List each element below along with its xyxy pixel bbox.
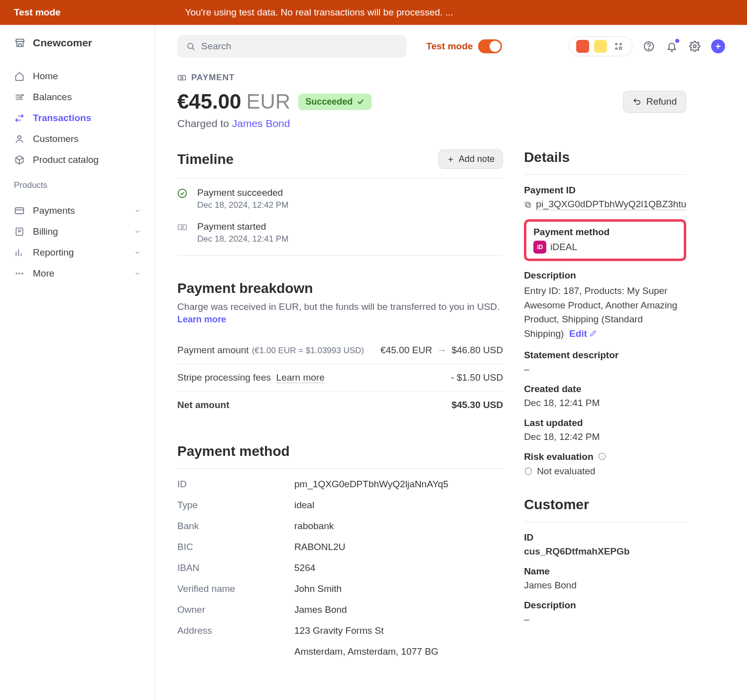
pm-label: Payment method	[533, 227, 677, 238]
svg-point-4	[20, 97, 22, 98]
svg-point-5	[18, 136, 21, 139]
nav-label: Balances	[33, 92, 72, 103]
gear-icon[interactable]	[688, 40, 701, 53]
main: Search Test mode PAYMENT	[155, 25, 747, 700]
search-icon	[186, 42, 195, 51]
pm-row: Typeideal	[177, 495, 503, 516]
pm-value: iDEAL	[550, 242, 577, 253]
nav-payments[interactable]: Payments	[0, 200, 155, 221]
nav-section-products: Products	[0, 175, 155, 195]
grid-icon	[612, 40, 625, 53]
billing-icon	[14, 226, 25, 237]
payment-start-icon	[177, 222, 188, 244]
org-name: Cnewcomer	[33, 37, 92, 49]
svg-point-16	[21, 273, 23, 274]
breakdown-note: Charge was received in EUR, but the fund…	[177, 301, 503, 312]
svg-rect-33	[178, 225, 187, 230]
description-label: Description	[524, 270, 686, 281]
check-circle-icon	[177, 188, 188, 210]
nav-home[interactable]: Home	[0, 66, 155, 87]
breakdown-learn-more[interactable]: Learn more	[177, 314, 503, 325]
topbar: Search Test mode	[155, 25, 747, 68]
nav-more[interactable]: More	[0, 263, 155, 284]
updated-value: Dec 18, 12:42 PM	[524, 431, 686, 442]
fees-learn-more[interactable]: Learn more	[276, 372, 325, 383]
svg-line-18	[192, 48, 195, 50]
nav-label: Product catalog	[33, 154, 99, 165]
breadcrumb: PAYMENT	[177, 73, 686, 83]
svg-point-29	[181, 77, 183, 79]
plus-icon	[447, 155, 455, 163]
nav-transactions[interactable]: Transactions	[0, 108, 155, 129]
svg-point-24	[648, 49, 649, 49]
svg-point-3	[22, 95, 23, 96]
timeline-item: Payment succeeded Dec 18, 2024, 12:42 PM	[177, 187, 503, 210]
nav-label: Transactions	[33, 113, 91, 124]
pm-row: IBAN5264	[177, 558, 503, 578]
nav-label: Home	[33, 71, 58, 82]
refund-label: Refund	[646, 96, 677, 107]
create-button[interactable]	[711, 39, 725, 53]
timeline-text: Payment succeeded	[197, 187, 288, 198]
breakdown-row-net: Net amount $45.30 USD	[177, 392, 503, 419]
risk-value-row: Not evaluated	[524, 466, 686, 477]
org-switcher[interactable]: Cnewcomer	[0, 37, 155, 61]
store-icon	[14, 37, 26, 49]
balances-icon	[14, 92, 25, 103]
sidebar: Cnewcomer Home Balances Transactions Cus…	[0, 25, 155, 700]
more-icon	[14, 268, 25, 279]
statement-label: Statement descriptor	[524, 350, 686, 361]
nav-label: Customers	[33, 134, 79, 144]
customer-link[interactable]: James Bond	[232, 118, 290, 129]
svg-point-20	[620, 43, 622, 45]
breakdown-row: Payment amount(€1.00 EUR = $1.03993 USD)…	[177, 337, 503, 364]
edit-description[interactable]: Edit	[569, 328, 597, 339]
toggle-switch[interactable]	[478, 39, 502, 53]
payment-id-value[interactable]: pi_3QXG0dDPTbhWyQ2l1QBZ3htu	[536, 199, 686, 210]
payment-method-highlight: Payment method iD iDEAL	[524, 219, 686, 261]
customer-id-link[interactable]: cus_RQ6DtfmahXEPGb	[524, 546, 686, 557]
charged-to: Charged to James Bond	[177, 118, 686, 130]
info-icon[interactable]	[598, 452, 606, 462]
help-icon[interactable]	[642, 40, 655, 53]
timeline-title: Timeline	[177, 151, 234, 167]
pm-row: Amsterdam, Amsterdam, 1077 BG	[177, 641, 503, 662]
app-switcher[interactable]	[569, 36, 632, 56]
copy-icon[interactable]	[524, 201, 532, 209]
breakdown-row: Stripe processing fees Learn more - $1.5…	[177, 364, 503, 392]
chevron-down-icon	[134, 270, 141, 277]
shield-icon	[524, 467, 533, 476]
check-icon	[357, 98, 365, 106]
pm-row: Verified nameJohn Smith	[177, 578, 503, 599]
timeline-time: Dec 18, 2024, 12:41 PM	[197, 234, 288, 244]
chevron-down-icon	[134, 207, 141, 214]
payment-icon	[177, 73, 186, 82]
transactions-icon	[14, 113, 25, 124]
add-note-label: Add note	[459, 154, 495, 164]
nav-label: Payments	[33, 205, 75, 216]
customer-title: Customer	[524, 497, 686, 522]
svg-point-25	[693, 45, 696, 48]
bell-icon[interactable]	[665, 40, 678, 53]
test-mode-banner: Test mode You're using test data. No rea…	[0, 0, 747, 25]
nav-reporting[interactable]: Reporting	[0, 242, 155, 263]
chevron-down-icon	[134, 249, 141, 256]
package-icon	[14, 154, 25, 165]
nav-product-catalog[interactable]: Product catalog	[0, 149, 155, 170]
search-input[interactable]: Search	[177, 35, 406, 58]
nav-balances[interactable]: Balances	[0, 87, 155, 108]
refund-button[interactable]: Refund	[623, 91, 686, 113]
pencil-icon	[590, 330, 597, 337]
payment-id-label: Payment ID	[524, 185, 686, 196]
nav-label: Reporting	[33, 247, 74, 258]
card-icon	[14, 205, 25, 216]
description-value: Entry ID: 187, Products: My Super Awesom…	[524, 284, 686, 341]
nav-customers[interactable]: Customers	[0, 129, 155, 149]
test-mode-toggle[interactable]: Test mode	[426, 39, 502, 53]
undo-icon	[632, 97, 641, 106]
home-icon	[14, 71, 25, 82]
svg-rect-35	[526, 203, 530, 207]
svg-point-34	[181, 226, 184, 229]
add-note-button[interactable]: Add note	[438, 149, 503, 169]
nav-billing[interactable]: Billing	[0, 221, 155, 242]
